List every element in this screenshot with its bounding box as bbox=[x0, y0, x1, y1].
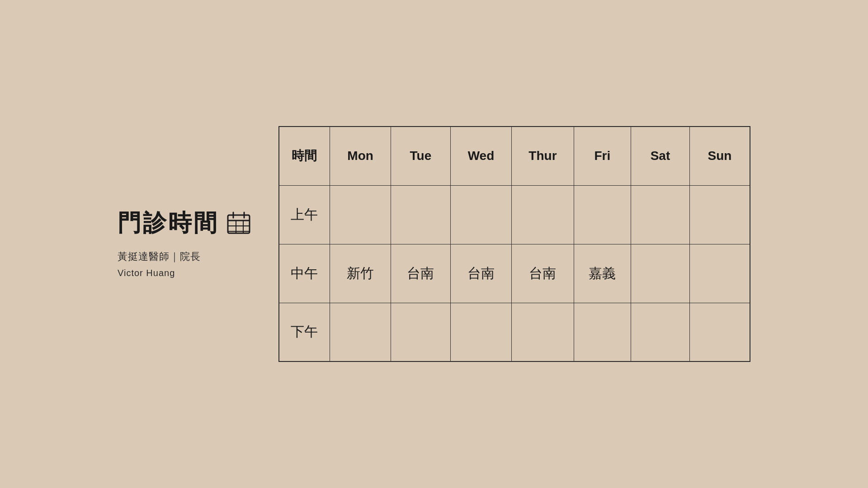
header-tue: Tue bbox=[391, 127, 450, 185]
table-row-afternoon: 下午 bbox=[279, 303, 750, 361]
cell-afternoon-mon bbox=[330, 303, 391, 361]
cell-afternoon-thur bbox=[512, 303, 574, 361]
header-fri: Fri bbox=[574, 127, 631, 185]
cell-noon-mon: 新竹 bbox=[330, 244, 391, 303]
cell-noon-tue: 台南 bbox=[391, 244, 450, 303]
time-morning: 上午 bbox=[279, 185, 330, 244]
svg-rect-0 bbox=[228, 215, 250, 233]
header-time-cell: 時間 bbox=[279, 127, 330, 185]
cell-morning-wed bbox=[450, 185, 512, 244]
cell-noon-sat bbox=[631, 244, 690, 303]
table-row-morning: 上午 bbox=[279, 185, 750, 244]
header-sat: Sat bbox=[631, 127, 690, 185]
time-noon: 中午 bbox=[279, 244, 330, 303]
table-row-noon: 中午 新竹 台南 台南 台南 嘉義 bbox=[279, 244, 750, 303]
page-title: 門診時間 bbox=[118, 207, 219, 239]
schedule-table: 時間 Mon Tue Wed Thur Fri Sat Sun 上午 bbox=[278, 126, 750, 362]
header-wed: Wed bbox=[450, 127, 512, 185]
main-container: 門診時間 黃挺達醫師｜院長 Victor Huang 時間 M bbox=[118, 126, 750, 362]
header-sun: Sun bbox=[689, 127, 750, 185]
cell-morning-sun bbox=[689, 185, 750, 244]
cell-noon-fri: 嘉義 bbox=[574, 244, 631, 303]
cell-afternoon-sat bbox=[631, 303, 690, 361]
cell-morning-fri bbox=[574, 185, 631, 244]
header-mon: Mon bbox=[330, 127, 391, 185]
table-header-row: 時間 Mon Tue Wed Thur Fri Sat Sun bbox=[279, 127, 750, 185]
subtitle-latin: Victor Huang bbox=[118, 265, 251, 281]
time-afternoon: 下午 bbox=[279, 303, 330, 361]
header-thur: Thur bbox=[512, 127, 574, 185]
cell-noon-sun bbox=[689, 244, 750, 303]
cell-afternoon-tue bbox=[391, 303, 450, 361]
title-row: 門診時間 bbox=[118, 207, 251, 239]
cell-morning-mon bbox=[330, 185, 391, 244]
cell-afternoon-sun bbox=[689, 303, 750, 361]
cell-afternoon-fri bbox=[574, 303, 631, 361]
cell-morning-sat bbox=[631, 185, 690, 244]
cell-noon-thur: 台南 bbox=[512, 244, 574, 303]
subtitle-chinese: 黃挺達醫師｜院長 bbox=[118, 248, 251, 265]
cell-afternoon-wed bbox=[450, 303, 512, 361]
subtitle: 黃挺達醫師｜院長 Victor Huang bbox=[118, 248, 251, 280]
cell-morning-thur bbox=[512, 185, 574, 244]
left-panel: 門診時間 黃挺達醫師｜院長 Victor Huang bbox=[118, 207, 251, 280]
cell-morning-tue bbox=[391, 185, 450, 244]
cell-noon-wed: 台南 bbox=[450, 244, 512, 303]
calendar-icon bbox=[226, 211, 251, 236]
